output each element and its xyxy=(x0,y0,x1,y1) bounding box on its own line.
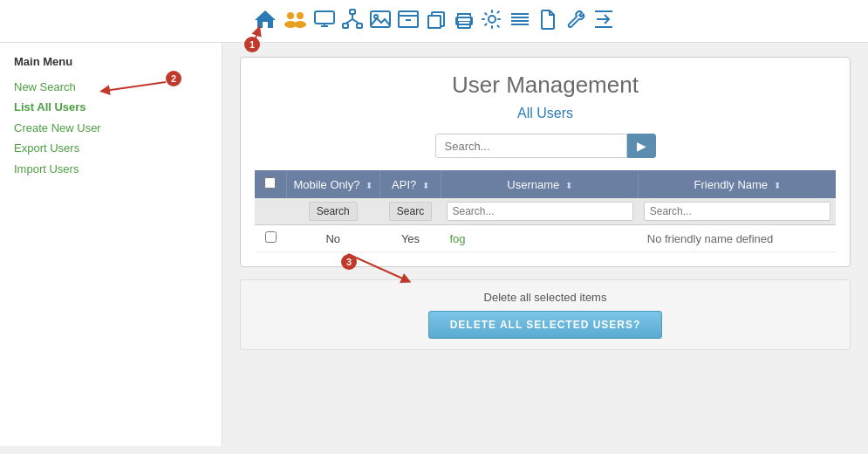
svg-line-12 xyxy=(345,19,352,24)
filter-username-input[interactable] xyxy=(447,202,633,221)
sort-arrow-username[interactable]: ⬍ xyxy=(565,181,572,190)
page-wrapper: 1 Main Menu New Search List All Users Cr… xyxy=(0,0,868,454)
svg-point-1 xyxy=(287,12,294,19)
page-title: User Management xyxy=(255,72,836,99)
svg-rect-14 xyxy=(371,11,390,27)
sort-arrow-friendly[interactable]: ⬍ xyxy=(774,181,781,190)
svg-point-4 xyxy=(294,21,306,28)
svg-line-13 xyxy=(352,19,359,24)
import-users-link[interactable]: Import Users xyxy=(14,159,208,179)
filter-username-cell xyxy=(441,198,639,225)
filter-api-button[interactable]: Searc xyxy=(389,202,432,221)
print-icon[interactable] xyxy=(453,9,475,35)
sitemap-icon[interactable] xyxy=(341,9,364,35)
search-bar: ▶ xyxy=(255,134,836,158)
list-all-users-link[interactable]: List All Users xyxy=(14,97,208,117)
filter-mobile-cell: Search xyxy=(286,198,380,225)
archive-icon[interactable] xyxy=(397,9,420,35)
col-header-friendly: Friendly Name ⬍ xyxy=(639,170,836,198)
users-icon[interactable] xyxy=(282,9,308,35)
image-icon[interactable] xyxy=(369,9,392,35)
delete-label: Delete all selected items xyxy=(251,291,839,304)
main-layout: Main Menu New Search List All Users Crea… xyxy=(0,43,868,446)
svg-rect-9 xyxy=(343,24,348,28)
svg-rect-5 xyxy=(315,11,334,24)
main-panel: User Management All Users ▶ xyxy=(240,57,851,267)
monitor-icon[interactable] xyxy=(313,9,336,35)
search-input[interactable] xyxy=(435,134,627,158)
wrench-icon[interactable] xyxy=(564,9,587,35)
row-username-cell[interactable]: fog xyxy=(441,225,639,252)
col-header-api: API? ⬍ xyxy=(380,170,441,198)
col-header-mobile: Mobile Only? ⬍ xyxy=(286,170,380,198)
menu-title: Main Menu xyxy=(14,55,208,68)
create-new-user-link[interactable]: Create New User xyxy=(14,118,208,138)
bottom-panel: Delete all selected items Delete all sel… xyxy=(240,279,851,350)
filter-friendly-input[interactable] xyxy=(644,202,830,221)
svg-rect-17 xyxy=(399,16,418,27)
svg-rect-8 xyxy=(350,10,355,14)
annotation-2: 2 xyxy=(166,71,181,86)
panel-subtitle: All Users xyxy=(255,106,836,121)
svg-marker-0 xyxy=(255,10,276,28)
row-api-cell: Yes xyxy=(380,225,441,252)
row-friendly-cell: No friendly name defined xyxy=(639,225,836,252)
svg-rect-20 xyxy=(428,16,441,28)
filter-row: Search Searc xyxy=(255,198,836,225)
menu-title-bold: Main xyxy=(14,55,40,68)
menu-title-rest: Menu xyxy=(40,55,73,68)
col-header-check xyxy=(255,170,286,198)
filter-api-cell: Searc xyxy=(380,198,441,225)
file-icon[interactable] xyxy=(537,9,559,35)
filter-check-cell xyxy=(255,198,286,225)
svg-point-3 xyxy=(297,12,304,19)
settings-icon[interactable] xyxy=(481,9,503,35)
annotation-1: 1 xyxy=(244,37,260,52)
export-icon[interactable] xyxy=(592,9,615,35)
list-icon[interactable] xyxy=(509,9,531,35)
row-checkbox[interactable] xyxy=(265,231,277,243)
content-area: User Management All Users ▶ xyxy=(222,43,868,446)
filter-friendly-cell xyxy=(639,198,836,225)
sort-arrow-api[interactable]: ⬍ xyxy=(422,181,429,190)
col-header-username: Username ⬍ xyxy=(441,170,639,198)
select-all-checkbox[interactable] xyxy=(264,177,276,189)
top-nav: 1 xyxy=(0,0,868,43)
copy-icon[interactable] xyxy=(425,9,448,35)
svg-point-25 xyxy=(489,16,496,23)
export-users-link[interactable]: Export Users xyxy=(14,138,208,158)
annotation-3: 3 xyxy=(341,254,357,270)
nav-icons xyxy=(254,9,615,35)
search-button[interactable]: ▶ xyxy=(627,134,656,158)
filter-mobile-button[interactable]: Search xyxy=(309,202,358,221)
home-icon[interactable] xyxy=(254,9,277,35)
data-table: Mobile Only? ⬍ API? ⬍ Username ⬍ xyxy=(255,170,836,252)
row-mobile-cell: No xyxy=(286,225,380,252)
row-check-cell xyxy=(255,225,286,252)
svg-rect-10 xyxy=(357,24,362,28)
delete-all-button[interactable]: Delete all selected users? xyxy=(428,311,663,339)
table-row: No Yes fog No friendly name defined xyxy=(255,225,836,252)
sidebar: Main Menu New Search List All Users Crea… xyxy=(0,43,222,446)
sort-arrow-mobile[interactable]: ⬍ xyxy=(366,181,372,190)
